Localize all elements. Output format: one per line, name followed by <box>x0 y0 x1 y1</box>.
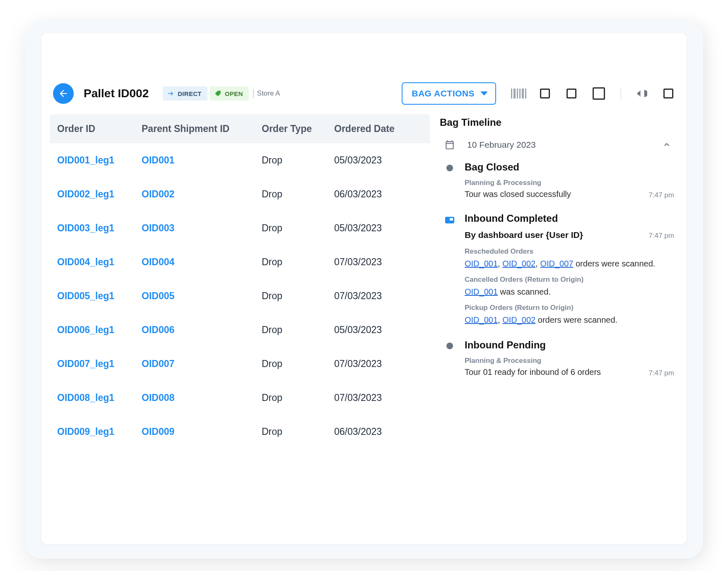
order-id-link[interactable]: OID001_leg1 <box>55 155 142 166</box>
timeline-list: Bag Closed Planning & Processing Tour wa… <box>440 158 674 387</box>
order-type-cell: Drop <box>262 223 334 234</box>
collapse-button[interactable] <box>662 140 672 150</box>
parent-shipment-link[interactable]: OID009 <box>142 426 262 437</box>
timeline-date: 10 February 2023 <box>467 140 536 150</box>
store-label: Store A <box>257 89 280 98</box>
parent-shipment-link[interactable]: OID002 <box>142 189 262 200</box>
square-icon <box>540 89 550 98</box>
chip-divider <box>253 89 254 98</box>
order-id-link[interactable]: OID005_leg1 <box>55 290 142 302</box>
arrow-right-icon <box>167 90 174 97</box>
direct-chip-label: DIRECT <box>178 90 202 97</box>
timeline-item-bag-closed: Bag Closed Planning & Processing Tour wa… <box>440 158 674 209</box>
toolbar-action-3[interactable] <box>592 87 605 100</box>
table-row: OID003_leg1OID003Drop05/03/2023 <box>50 211 430 245</box>
header-row: Pallet ID002 DIRECT OPEN Store A BAG ACT… <box>41 79 687 108</box>
cancelled-group: Cancelled Orders (Return to Origin) OID_… <box>465 276 674 298</box>
dot-icon <box>446 165 453 171</box>
inbound-icon <box>445 217 454 223</box>
ordered-date-cell: 05/03/2023 <box>334 223 417 234</box>
event-title: Inbound Pending <box>465 339 674 351</box>
top-spacer <box>41 33 687 79</box>
content-area: Order ID Parent Shipment ID Order Type O… <box>41 108 687 544</box>
group-text: OID_001 was scanned. <box>465 286 674 298</box>
order-type-cell: Drop <box>262 189 334 200</box>
open-chip: OPEN <box>210 86 249 101</box>
event-subtitle: Planning & Processing <box>465 179 674 187</box>
table-row: OID007_leg1OID007Drop07/03/2023 <box>50 347 430 381</box>
bag-actions-label: BAG ACTIONS <box>412 89 475 98</box>
order-link[interactable]: OID_002 <box>502 315 535 324</box>
order-type-cell: Drop <box>262 426 334 437</box>
tag-icon <box>214 90 222 97</box>
table-body: OID001_leg1OID001Drop05/03/2023OID002_le… <box>50 143 430 449</box>
order-id-link[interactable]: OID002_leg1 <box>55 189 142 200</box>
order-link[interactable]: OID_001 <box>465 287 498 296</box>
order-id-link[interactable]: OID006_leg1 <box>55 324 142 336</box>
event-time: 7:47 pm <box>649 190 674 199</box>
table-header: Order ID Parent Shipment ID Order Type O… <box>50 114 430 143</box>
order-type-cell: Drop <box>262 155 334 166</box>
arrow-left-icon <box>58 88 69 99</box>
toolbar-action-2[interactable] <box>566 88 577 99</box>
table-row: OID005_leg1OID005Drop07/03/2023 <box>50 279 430 313</box>
order-link[interactable]: OID_001 <box>465 315 498 324</box>
square-icon <box>566 89 576 98</box>
ordered-date-cell: 06/03/2023 <box>334 426 417 437</box>
order-id-link[interactable]: OID008_leg1 <box>55 392 142 403</box>
th-order-type[interactable]: Order Type <box>262 123 334 134</box>
event-title: Bag Closed <box>465 161 674 173</box>
event-byline: By dashboard user {User ID} <box>465 230 641 240</box>
back-button[interactable] <box>53 83 74 104</box>
group-text: OID_001, OID_002, OID_007 orders were sc… <box>465 257 674 270</box>
direct-chip: DIRECT <box>163 86 207 101</box>
order-id-link[interactable]: OID004_leg1 <box>55 257 142 268</box>
timeline-item-inbound-pending: Inbound Pending Planning & Processing To… <box>440 336 674 387</box>
timeline-date-row[interactable]: 10 February 2023 <box>440 136 674 158</box>
group-label: Rescheduled Orders <box>465 247 674 256</box>
bag-actions-button[interactable]: BAG ACTIONS <box>402 82 496 105</box>
toolbar-action-1[interactable] <box>539 88 551 99</box>
parent-shipment-link[interactable]: OID003 <box>142 223 262 234</box>
toolbar-action-4[interactable] <box>663 88 674 99</box>
table-row: OID001_leg1OID001Drop05/03/2023 <box>50 143 430 177</box>
ordered-date-cell: 07/03/2023 <box>334 257 417 268</box>
open-chip-label: OPEN <box>225 90 243 97</box>
order-type-cell: Drop <box>262 392 334 403</box>
parent-shipment-link[interactable]: OID007 <box>142 358 262 369</box>
order-type-cell: Drop <box>262 358 334 369</box>
order-id-link[interactable]: OID009_leg1 <box>55 426 142 437</box>
table-row: OID008_leg1OID008Drop07/03/2023 <box>50 381 430 415</box>
order-type-cell: Drop <box>262 257 334 268</box>
th-order-id[interactable]: Order ID <box>55 123 142 134</box>
parent-shipment-link[interactable]: OID008 <box>142 392 262 403</box>
parent-shipment-link[interactable]: OID004 <box>142 257 262 268</box>
table-row: OID006_leg1OID006Drop05/03/2023 <box>50 313 430 347</box>
order-id-link[interactable]: OID007_leg1 <box>55 358 142 369</box>
caret-down-icon <box>480 91 488 96</box>
event-desc: Tour was closed successfully <box>465 190 641 199</box>
order-type-cell: Drop <box>262 324 334 336</box>
event-time: 7:47 pm <box>649 367 674 377</box>
ordered-date-cell: 05/03/2023 <box>334 324 417 336</box>
barcode-icon <box>511 89 526 98</box>
th-parent-shipment-id[interactable]: Parent Shipment ID <box>142 123 262 134</box>
parent-shipment-link[interactable]: OID001 <box>142 155 262 166</box>
timeline-item-inbound-completed: Inbound Completed By dashboard user {Use… <box>440 209 674 336</box>
parent-shipment-link[interactable]: OID005 <box>142 290 262 302</box>
ordered-date-cell: 07/03/2023 <box>334 358 417 369</box>
barcode-button[interactable] <box>513 88 524 99</box>
pickup-group: Pickup Orders (Return to Origin) OID_001… <box>465 304 674 326</box>
order-id-link[interactable]: OID003_leg1 <box>55 223 142 234</box>
th-ordered-date[interactable]: Ordered Date <box>334 123 417 134</box>
order-link[interactable]: OID_001 <box>465 259 498 268</box>
announce-button[interactable] <box>636 88 648 99</box>
event-title: Inbound Completed <box>465 213 674 224</box>
group-text: OID_001, OID_002 orders were scanned. <box>465 314 674 326</box>
order-link[interactable]: OID_007 <box>540 259 573 268</box>
timeline-title: Bag Timeline <box>440 117 674 128</box>
event-subtitle: Planning & Processing <box>465 357 674 365</box>
order-link[interactable]: OID_002 <box>502 259 535 268</box>
ordered-date-cell: 07/03/2023 <box>334 392 417 403</box>
parent-shipment-link[interactable]: OID006 <box>142 324 262 336</box>
